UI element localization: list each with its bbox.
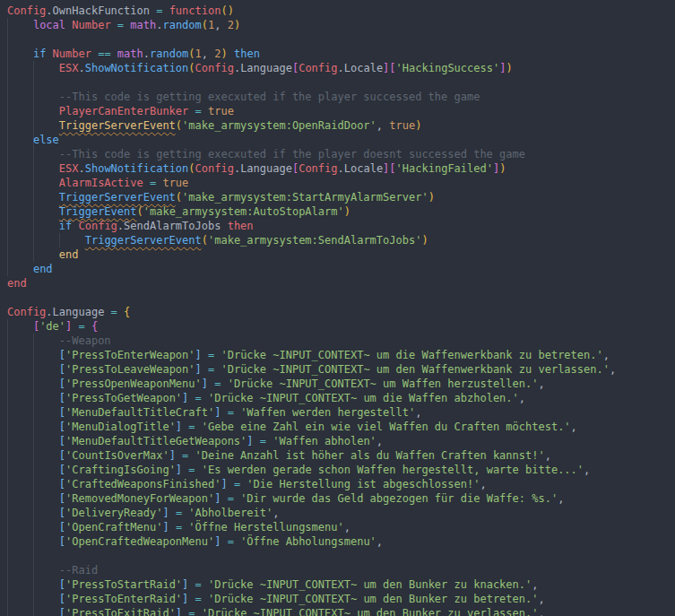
code-token: 'OpenCraftMenu' (65, 521, 162, 534)
code-token (7, 435, 59, 447)
code-token: --This code is getting execxuted if the … (59, 91, 480, 103)
code-token (7, 492, 59, 505)
code-token (7, 392, 59, 404)
code-token (169, 507, 176, 519)
code-token: , (480, 478, 486, 490)
code-token (7, 263, 33, 275)
code-token: () (221, 4, 233, 17)
code-token (169, 521, 176, 534)
code-token: 'Drücke ~INPUT_CONTEXT~ um die Waffenwer… (221, 349, 602, 361)
code-token: , (584, 464, 590, 476)
code-token: 'MenuDefaultTitleCraft' (65, 406, 214, 419)
code-token: 'make_armysystem:StartArmyAlarmServer' (182, 191, 428, 204)
code-token: = (111, 306, 124, 318)
code-line: ['OpenCraftedWeaponMenu'] = 'Öffne Abhol… (7, 534, 675, 549)
code-token: , (538, 607, 544, 616)
code-token: [ (59, 492, 65, 505)
code-token: ( (202, 19, 208, 31)
code-token: = (188, 607, 201, 616)
code-token: { (124, 306, 130, 318)
code-token: TriggerServerEvent (85, 234, 202, 247)
code-token: = (195, 105, 208, 117)
code-token: math (130, 19, 156, 31)
code-token (221, 535, 227, 548)
code-token: ESX (59, 62, 79, 74)
code-token: ShowNotification (85, 62, 189, 74)
code-line: ['CraftingIsGoing'] = 'Es werden gerade … (7, 463, 675, 477)
code-token: ) (428, 191, 435, 204)
code-token: , (532, 578, 538, 591)
code-token: ] (195, 349, 202, 361)
code-token: = (188, 464, 201, 476)
code-token: 'PressToEnterWeapon' (65, 349, 195, 361)
code-token (7, 349, 59, 361)
code-token: 2 (228, 19, 234, 31)
code-token (7, 191, 59, 204)
code-token (7, 449, 59, 462)
code-token: TriggerServerEvent (59, 191, 176, 204)
code-line: TriggerServerEvent('make_armysystem:Send… (7, 233, 675, 247)
code-token: ( (202, 234, 208, 247)
code-token: = (195, 578, 208, 591)
code-line: end (7, 247, 675, 262)
code-token (7, 320, 33, 333)
code-token: 'CraftedWeaponsFinished' (65, 478, 221, 490)
code-line: ['MenuDialogTitle'] = 'Gebe eine Zahl ei… (7, 420, 675, 434)
code-token: then (228, 220, 254, 232)
code-token: then (228, 48, 260, 60)
code-token: ] (162, 507, 169, 519)
code-token (7, 607, 59, 616)
code-token: , (538, 593, 544, 605)
code-editor[interactable]: Config.OwnHackFunction = function() loca… (0, 0, 675, 616)
code-line: ['DeliveryReady'] = 'Abholbereit', (7, 506, 675, 520)
code-token: [ (59, 449, 65, 462)
code-line: --This code is getting execxuted if the … (7, 90, 675, 104)
code-token: TriggerServerEvent (59, 119, 176, 132)
code-token: 'HackingSuccess' (396, 62, 500, 74)
code-token: .SendAlarmToJobs (117, 220, 228, 232)
code-line: ['RemovedMoneyForWeapon'] = 'Dir wurde d… (7, 491, 675, 506)
code-token (7, 248, 59, 261)
code-token: ( (188, 162, 195, 175)
code-token (7, 564, 59, 577)
code-token (7, 148, 59, 161)
code-line: ['OpenCraftMenu'] = 'Öffne Herstellungsm… (7, 520, 675, 534)
code-token: , (214, 19, 227, 31)
code-token: , (545, 449, 551, 462)
code-text-area[interactable]: Config.OwnHackFunction = function() loca… (0, 0, 675, 616)
code-token: = (260, 435, 273, 447)
code-line: Config.OwnHackFunction = function() (7, 4, 675, 18)
code-line: ESX.ShowNotification(Config.Language[Con… (7, 161, 675, 176)
code-token (7, 220, 59, 232)
code-line: PlayerCanEnterBunker = true (7, 104, 675, 118)
code-token (7, 521, 59, 534)
code-token: TriggerEvent (59, 205, 137, 218)
code-token: 'make_armysystem:OpenRaidDoor' (182, 119, 376, 132)
code-token: 'Abholbereit' (188, 507, 273, 519)
code-token: 'Drücke ~INPUT_CONTEXT~ um den Bunker zu… (208, 578, 532, 591)
code-token: ( (188, 48, 195, 60)
code-token: ] (169, 449, 176, 462)
code-token: = (208, 349, 221, 361)
code-token (254, 435, 260, 447)
code-token: = (79, 320, 91, 333)
code-token: ) (499, 162, 506, 175)
code-token: , (202, 48, 214, 60)
code-line (7, 291, 675, 305)
code-line (7, 32, 675, 47)
code-token (7, 578, 59, 591)
code-token: 'Waffen abholen' (273, 435, 376, 447)
code-token: ) (344, 205, 350, 218)
code-token: [ (59, 392, 65, 404)
code-line: ['de'] = { (7, 319, 675, 334)
code-token: = (176, 507, 188, 519)
code-token: 'Waffen werden hergestellt' (240, 406, 415, 419)
code-token: --Weapon (59, 334, 111, 347)
code-token: 'Deine Anzahl ist höher als du Waffen Cr… (195, 449, 545, 462)
code-token: 'Drücke ~INPUT_CONTEXT~ um die Waffen ab… (208, 392, 519, 404)
code-token: 'HackingFailed' (396, 162, 493, 175)
code-token: true (162, 177, 188, 189)
code-token: 2 (214, 48, 221, 60)
code-token: , (610, 363, 616, 376)
code-token: ] (162, 521, 169, 534)
